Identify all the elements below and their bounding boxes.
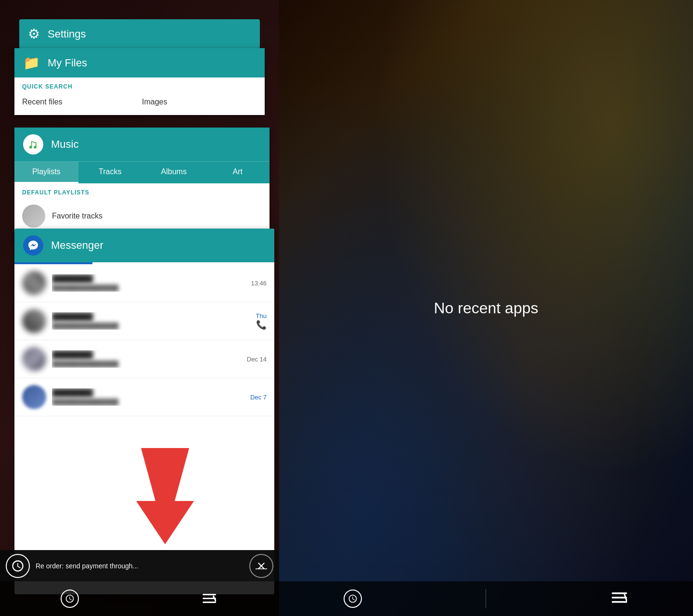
- missed-call-icon: 📞: [256, 320, 267, 330]
- clear-all-svg: [203, 594, 216, 603]
- message-name-3: ████████: [52, 350, 241, 359]
- quick-search-images[interactable]: Images: [142, 95, 257, 109]
- playlist-item-favorites[interactable]: Favorite tracks: [22, 201, 262, 231]
- message-body-3: ████████ ███████████████: [52, 350, 241, 368]
- bottom-nav-right: [279, 581, 693, 616]
- message-meta-4: Dec 7: [250, 394, 267, 401]
- message-preview-3: ███████████████: [52, 360, 241, 368]
- folder-icon: 📁: [23, 55, 40, 71]
- clock-svg-right: [348, 594, 358, 603]
- recent-apps-btn-left[interactable]: [55, 584, 84, 613]
- message-time-3: Dec 14: [247, 356, 267, 363]
- avatar-4: [22, 385, 46, 409]
- messenger-app-icon: [23, 235, 43, 256]
- message-body-2: ████████ ███████████████: [52, 312, 250, 330]
- playlist-name-favorites: Favorite tracks: [52, 212, 103, 220]
- message-meta-2: Thu 📞: [256, 312, 267, 330]
- messenger-title: Messenger: [51, 239, 103, 252]
- messenger-card[interactable]: Messenger ████████ ███████████████ 13:46: [14, 229, 274, 594]
- tab-artists[interactable]: Art: [206, 162, 270, 183]
- message-meta-3: Dec 14: [247, 356, 267, 363]
- main-container: ⚙ Settings 📁 My Files QUICK SEARCH Recen…: [0, 0, 693, 616]
- dismiss-icon[interactable]: [249, 554, 273, 578]
- recent-apps-icon-right: [344, 590, 362, 608]
- message-time-1: 13:46: [251, 280, 267, 287]
- quick-search-label: QUICK SEARCH: [22, 83, 257, 90]
- red-arrow: [127, 448, 204, 546]
- clear-all-icon-left: [203, 594, 216, 603]
- message-item-3[interactable]: ████████ ███████████████ Dec 14: [14, 340, 274, 378]
- clear-icon-svg: [256, 560, 267, 572]
- music-card-header: Music: [14, 128, 270, 161]
- svg-rect-5: [203, 594, 216, 595]
- avatar-1: [22, 271, 46, 295]
- notification-icon-wrap: [6, 554, 30, 578]
- message-preview-2: ███████████████: [52, 322, 250, 330]
- svg-point-0: [26, 138, 40, 151]
- default-playlists-label: DEFAULT PLAYLISTS: [22, 189, 262, 196]
- message-time-2: Thu: [256, 312, 267, 320]
- message-preview-4: ███████████████: [52, 398, 244, 406]
- avatar-2: [22, 309, 46, 333]
- clear-all-icon-right: [612, 592, 627, 605]
- svg-rect-7: [203, 602, 216, 603]
- nav-divider: [486, 589, 486, 608]
- myfiles-content: QUICK SEARCH Recent files Images: [14, 77, 265, 115]
- message-item-2[interactable]: ████████ ███████████████ Thu 📞: [14, 302, 274, 340]
- message-name-2: ████████: [52, 312, 250, 321]
- myfiles-title: My Files: [48, 57, 87, 69]
- notification-circle-icon: [6, 554, 30, 578]
- message-body-4: ████████ ███████████████: [52, 388, 244, 406]
- recent-apps-btn-right[interactable]: [338, 584, 367, 613]
- tab-playlists[interactable]: Playlists: [14, 162, 78, 183]
- quick-search-grid: Recent files Images: [22, 95, 257, 109]
- messenger-card-header: Messenger: [14, 229, 274, 262]
- music-tabs: Playlists Tracks Albums Art: [14, 161, 270, 183]
- bottom-notification: Re order: send payment through...: [0, 550, 279, 581]
- tab-tracks[interactable]: Tracks: [78, 162, 142, 183]
- recent-apps-icon-left: [61, 590, 79, 608]
- svg-point-2: [34, 146, 37, 149]
- svg-point-1: [29, 146, 32, 149]
- recent-apps-svg: [65, 594, 75, 603]
- message-preview-1: ███████████████: [52, 284, 245, 292]
- notification-content: Re order: send payment through...: [36, 562, 244, 570]
- right-panel: No recent apps: [279, 0, 693, 616]
- messenger-content: ████████ ███████████████ 13:46 ████████ …: [14, 264, 274, 416]
- svg-marker-3: [136, 448, 194, 544]
- message-item-4[interactable]: ████████ ███████████████ Dec 7: [14, 378, 274, 416]
- message-name-1: ████████: [52, 274, 245, 282]
- left-panel: ⚙ Settings 📁 My Files QUICK SEARCH Recen…: [0, 0, 279, 616]
- music-card[interactable]: Music Playlists Tracks Albums Art DEFAUL…: [14, 128, 270, 237]
- playlist-avatar: [22, 205, 45, 228]
- myfiles-card-header: 📁 My Files: [14, 48, 265, 77]
- quick-search-recent[interactable]: Recent files: [22, 95, 137, 109]
- message-item-1[interactable]: ████████ ███████████████ 13:46: [14, 264, 274, 302]
- message-body-1: ████████ ███████████████: [52, 274, 245, 292]
- music-app-icon: [23, 134, 43, 154]
- clear-all-btn-right[interactable]: [605, 584, 634, 613]
- clear-all-btn-left[interactable]: [195, 584, 224, 613]
- avatar-3: [22, 347, 46, 371]
- settings-title: Settings: [48, 28, 86, 40]
- message-meta-1: 13:46: [251, 280, 267, 287]
- bottom-nav-left: [0, 581, 279, 616]
- settings-card[interactable]: ⚙ Settings: [19, 19, 260, 49]
- message-name-4: ████████: [52, 388, 244, 397]
- clock-icon: [11, 559, 25, 573]
- tab-albums[interactable]: Albums: [142, 162, 206, 183]
- music-title: Music: [51, 138, 78, 151]
- settings-card-header: ⚙ Settings: [19, 19, 260, 49]
- notification-text: Re order: send payment through...: [36, 562, 244, 570]
- gear-icon: ⚙: [28, 26, 40, 42]
- no-recent-apps-text: No recent apps: [434, 299, 538, 317]
- message-time-4: Dec 7: [250, 394, 267, 401]
- clear-all-svg-right: [612, 592, 627, 603]
- svg-rect-11: [612, 601, 627, 603]
- myfiles-card[interactable]: 📁 My Files QUICK SEARCH Recent files Ima…: [14, 48, 265, 115]
